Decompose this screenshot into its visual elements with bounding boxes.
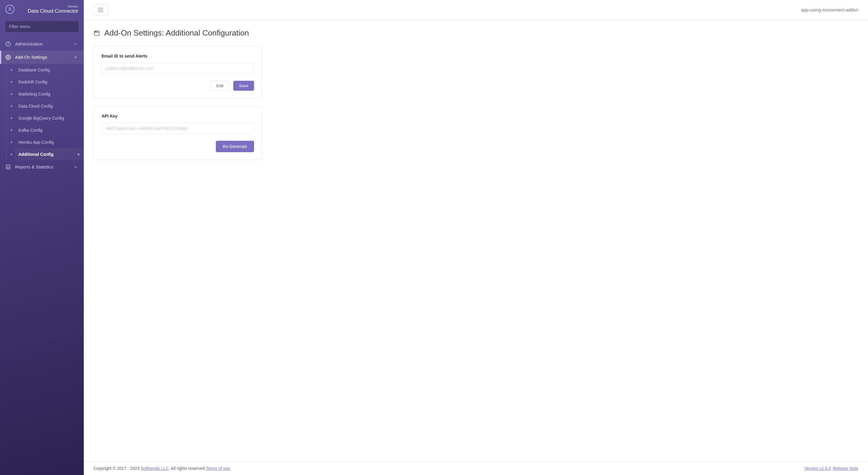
- sidebar-item-redshift-config[interactable]: Redshift Config: [15, 76, 84, 88]
- email-alerts-card: Email ID to send Alerts Edit Save: [93, 46, 262, 98]
- sidebar-item-administration[interactable]: Administration: [0, 37, 84, 51]
- sidebar-item-label: Add-On Settings: [15, 55, 47, 60]
- svg-point-14: [95, 31, 95, 32]
- svg-point-3: [8, 43, 8, 43]
- hamburger-icon: [98, 7, 104, 12]
- email-input[interactable]: [101, 63, 254, 74]
- content: Add-On Settings: Additional Configuratio…: [84, 20, 868, 462]
- footer-copyright-prefix: Copyright © 2017 - 2023: [93, 466, 141, 471]
- regenerate-button[interactable]: Re-Generate: [216, 141, 254, 152]
- save-button[interactable]: Save: [233, 81, 254, 91]
- svg-point-4: [7, 57, 9, 58]
- sidebar-item-label: Google BigQuery Config: [19, 116, 64, 121]
- report-icon: [5, 164, 11, 170]
- footer-terms-link[interactable]: Terms of use: [206, 466, 230, 471]
- chevron-down-icon: [73, 41, 79, 47]
- sidebar-item-label: Data Cloud Config: [19, 104, 53, 108]
- footer-version-link[interactable]: Version v1.6.0: [804, 466, 831, 471]
- footer-rights: . All rights reserved.: [169, 466, 206, 471]
- footer-copyright: Copyright © 2017 - 2023 Softtrends LLC. …: [93, 466, 231, 471]
- brand-logo-icon: [5, 5, 14, 14]
- sidebar-item-herokuapp-config[interactable]: Heroku App Config: [15, 136, 84, 148]
- svg-point-0: [9, 8, 10, 9]
- filter-menu-input[interactable]: [5, 21, 79, 32]
- sidebar-item-label: Database Config: [19, 67, 50, 72]
- svg-point-16: [96, 31, 97, 32]
- chevron-up-icon: [73, 55, 79, 60]
- api-key-input[interactable]: [101, 123, 254, 134]
- sidebar-item-marketing-config[interactable]: Marketing Config: [15, 88, 84, 100]
- brand-title: Data Cloud Connector: [28, 8, 79, 14]
- window-icon: [93, 30, 100, 36]
- sidebar-item-reports[interactable]: Reports & Statistics: [0, 160, 84, 173]
- footer-company-link[interactable]: Softtrends LLC: [141, 466, 169, 471]
- footer: Copyright © 2017 - 2023 Softtrends LLC. …: [84, 462, 868, 475]
- page-title: Add-On Settings: Additional Configuratio…: [104, 28, 249, 38]
- topbar: app-using-mcconnect-addon: [84, 0, 868, 20]
- sidebar-item-additional-config[interactable]: Additional Config: [15, 148, 84, 160]
- info-icon: [5, 41, 11, 47]
- sidebar-item-label: Redshift Config: [19, 80, 47, 85]
- page-title-row: Add-On Settings: Additional Configuratio…: [93, 28, 858, 38]
- svg-point-15: [96, 31, 96, 32]
- sidebar-item-bigquery-config[interactable]: Google BigQuery Config: [15, 112, 84, 124]
- chevron-down-icon: [73, 164, 79, 170]
- active-indicator-icon: [78, 153, 80, 156]
- sidebar-item-kafka-config[interactable]: Kafka Config: [15, 124, 84, 136]
- edit-button[interactable]: Edit: [211, 81, 229, 91]
- hamburger-button[interactable]: [93, 4, 108, 16]
- sidebar-item-database-config[interactable]: Database Config: [15, 64, 84, 76]
- sidebar-item-datacloud-config[interactable]: Data Cloud Config: [15, 100, 84, 112]
- app-name-label: app-using-mcconnect-addon: [801, 7, 858, 12]
- sidebar: Heroku Data Cloud Connector Administrati…: [0, 0, 84, 475]
- sidebar-menu: Administration Add-On Settings Database …: [0, 37, 84, 475]
- sidebar-item-label: Kafka Config: [19, 128, 42, 133]
- sidebar-item-addon-settings[interactable]: Add-On Settings: [0, 51, 84, 64]
- email-label: Email ID to send Alerts: [101, 54, 254, 59]
- gear-icon: [5, 55, 11, 60]
- sidebar-item-label: Administration: [15, 41, 43, 46]
- sidebar-item-label: Additional Config: [19, 152, 54, 157]
- footer-release-link[interactable]: Release Note: [833, 466, 858, 471]
- sidebar-item-label: Heroku App Config: [19, 140, 54, 145]
- api-key-label: API Key: [101, 114, 254, 119]
- sidebar-item-label: Marketing Config: [19, 92, 50, 96]
- sidebar-item-label: Reports & Statistics: [15, 164, 53, 169]
- api-key-card: API Key Re-Generate: [93, 106, 262, 160]
- footer-dot: .: [230, 466, 231, 471]
- brand-block: Heroku Data Cloud Connector: [0, 0, 84, 18]
- sidebar-submenu-addon: Database Config Redshift Config Marketin…: [6, 64, 84, 160]
- main-area: app-using-mcconnect-addon Add-On Setting…: [84, 0, 868, 475]
